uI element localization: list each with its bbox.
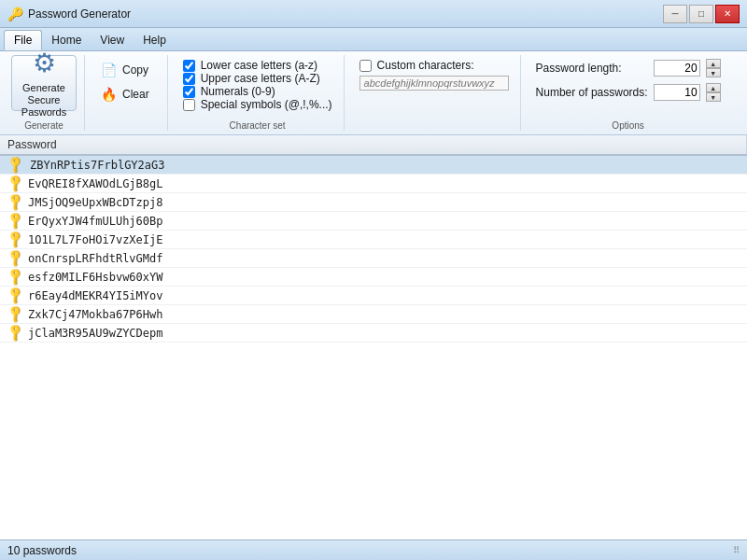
charset-group: Lower case letters (a-z) Upper case lett… [176, 55, 345, 131]
key-icon: 🔑 [5, 192, 25, 213]
menu-view[interactable]: View [91, 31, 134, 49]
password-cell: 🔑EvQREI8fXAWOdLGjB8gL [0, 175, 747, 193]
lowercase-row: Lower case letters (a-z) [183, 59, 332, 72]
status-bar: 10 passwords ⠿ [0, 539, 747, 560]
password-cell: 🔑ZBYnRPtis7FrblGY2aG3 [0, 156, 747, 175]
maximize-button[interactable]: □ [689, 5, 713, 23]
ribbon: ⚙ GenerateSecurePaswords Generate 📄 Copy… [0, 51, 747, 135]
menu-bar: File Home View Help [0, 28, 747, 51]
num-passwords-row: Number of passwords: ▲ ▼ [536, 83, 721, 102]
password-length-up[interactable]: ▲ [706, 59, 721, 68]
table-row[interactable]: 🔑JMSjOQ9eUpxWBcDTzpj8 [0, 193, 747, 212]
small-buttons: 📄 Copy 🔥 Clear [96, 55, 160, 109]
copy-button[interactable]: 📄 Copy [96, 59, 160, 81]
copy-icon: 📄 [101, 63, 117, 77]
password-table: Password 🔑ZBYnRPtis7FrblGY2aG3🔑EvQREI8fX… [0, 135, 747, 343]
options-section-label: Options [536, 117, 721, 131]
key-icon: 🔑 [5, 286, 25, 306]
key-icon: 🔑 [5, 267, 25, 287]
table-row[interactable]: 🔑r6Eay4dMEKR4YI5iMYov [0, 287, 747, 305]
password-length-row: Password length: ▲ ▼ [536, 59, 721, 77]
clear-icon: 🔥 [101, 87, 117, 102]
table-row[interactable]: 🔑ZBYnRPtis7FrblGY2aG3 [0, 155, 747, 175]
table-row[interactable]: 🔑esfz0MILF6Hsbvw60xYW [0, 268, 747, 287]
numerals-row: Numerals (0-9) [183, 85, 332, 98]
password-text: ErQyxYJW4fmULUhj60Bp [28, 215, 163, 228]
password-cell: 🔑JMSjOQ9eUpxWBcDTzpj8 [0, 193, 747, 212]
table-row[interactable]: 🔑jClaM3R95AU9wZYCDepm [0, 324, 747, 343]
custom-chars-checkbox[interactable] [359, 60, 372, 72]
options-group: Password length: ▲ ▼ Number of passwords… [529, 55, 728, 131]
lowercase-label[interactable]: Lower case letters (a-z) [201, 59, 317, 72]
password-column-header: Password [0, 135, 747, 155]
custom-chars-input[interactable] [359, 76, 509, 91]
key-icon: 🔑 [5, 211, 25, 231]
num-passwords-label: Number of passwords: [536, 86, 648, 99]
password-text: ZBYnRPtis7FrblGY2aG3 [28, 159, 167, 172]
copy-label: Copy [122, 63, 148, 77]
password-length-input[interactable] [654, 60, 700, 77]
password-cell: 🔑Zxk7Cj47Mokba67P6Hwh [0, 305, 747, 324]
copyclear-section-label [96, 127, 160, 131]
minimize-button[interactable]: ─ [663, 5, 687, 23]
password-cell: 🔑1O1L7L7FoHOi7vzXeIjE [0, 231, 747, 249]
numerals-checkbox[interactable] [183, 86, 195, 98]
clear-button[interactable]: 🔥 Clear [96, 83, 160, 105]
generate-section-label: Generate [11, 117, 77, 131]
password-text: jClaM3R95AU9wZYCDepm [28, 327, 163, 340]
resize-grip: ⠿ [733, 545, 740, 555]
uppercase-row: Upper case letters (A-Z) [183, 72, 332, 85]
special-label[interactable]: Special symbols (@,!,%...) [201, 98, 332, 111]
key-icon: 🔑 [5, 323, 25, 343]
key-icon: 🔑 [5, 174, 25, 194]
password-text: Zxk7Cj47Mokba67P6Hwh [28, 308, 163, 321]
clear-label: Clear [122, 88, 149, 101]
num-passwords-up[interactable]: ▲ [706, 83, 721, 92]
password-cell: 🔑r6Eay4dMEKR4YI5iMYov [0, 287, 747, 305]
key-icon: 🔑 [5, 155, 25, 175]
password-text: r6Eay4dMEKR4YI5iMYov [28, 289, 163, 302]
password-text: onCnrspLRFhdtRlvGMdf [28, 252, 163, 265]
numerals-label[interactable]: Numerals (0-9) [201, 85, 275, 98]
password-text: EvQREI8fXAWOdLGjB8gL [28, 177, 163, 190]
table-row[interactable]: 🔑1O1L7L7FoHOi7vzXeIjE [0, 231, 747, 249]
password-cell: 🔑ErQyxYJW4fmULUhj60Bp [0, 212, 747, 231]
num-passwords-input[interactable] [654, 84, 700, 101]
title-bar-left: 🔑 Password Generator [7, 7, 131, 21]
uppercase-label[interactable]: Upper case letters (A-Z) [201, 72, 320, 85]
ribbon-generate-group: ⚙ GenerateSecurePaswords Generate [7, 55, 85, 131]
lowercase-checkbox[interactable] [183, 60, 195, 72]
table-row[interactable]: 🔑onCnrspLRFhdtRlvGMdf [0, 249, 747, 268]
password-length-spinner: ▲ ▼ [706, 59, 721, 77]
close-button[interactable]: ✕ [715, 5, 740, 23]
key-icon: 🔑 [5, 230, 25, 250]
num-passwords-down[interactable]: ▼ [706, 92, 721, 102]
charset-section-label: Character set [183, 117, 332, 131]
ribbon-copyclear-group: 📄 Copy 🔥 Clear [92, 55, 168, 131]
password-area[interactable]: Password 🔑ZBYnRPtis7FrblGY2aG3🔑EvQREI8fX… [0, 135, 747, 539]
generate-button-label: GenerateSecurePaswords [21, 82, 66, 119]
title-bar-controls: ─ □ ✕ [663, 5, 740, 23]
custom-chars-label[interactable]: Custom characters: [377, 59, 474, 72]
generate-button[interactable]: ⚙ GenerateSecurePaswords [11, 55, 77, 111]
app-icon: 🔑 [7, 7, 22, 21]
menu-help[interactable]: Help [134, 31, 176, 49]
key-icon: 🔑 [5, 248, 25, 269]
title-bar: 🔑 Password Generator ─ □ ✕ [0, 0, 747, 28]
table-row[interactable]: 🔑Zxk7Cj47Mokba67P6Hwh [0, 305, 747, 324]
password-cell: 🔑esfz0MILF6Hsbvw60xYW [0, 268, 747, 287]
password-text: JMSjOQ9eUpxWBcDTzpj8 [28, 196, 163, 209]
password-length-down[interactable]: ▼ [706, 68, 721, 77]
table-row[interactable]: 🔑ErQyxYJW4fmULUhj60Bp [0, 212, 747, 231]
key-icon: 🔑 [5, 304, 25, 325]
special-row: Special symbols (@,!,%...) [183, 98, 332, 111]
custom-chars-row: Custom characters: [359, 59, 509, 72]
uppercase-checkbox[interactable] [183, 73, 195, 85]
password-length-label: Password length: [536, 62, 648, 75]
num-passwords-spinner: ▲ ▼ [706, 83, 721, 102]
custom-chars-group: Custom characters: [352, 55, 521, 131]
table-row[interactable]: 🔑EvQREI8fXAWOdLGjB8gL [0, 175, 747, 193]
gear-icon: ⚙ [33, 48, 56, 78]
special-checkbox[interactable] [183, 99, 195, 111]
password-text: esfz0MILF6Hsbvw60xYW [28, 271, 163, 284]
